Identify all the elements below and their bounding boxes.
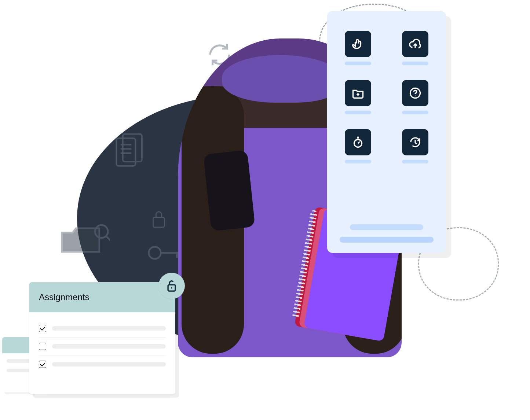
placeholder-bar [350,224,423,230]
assignments-title: Assignments [29,282,175,312]
action-stopwatch[interactable] [345,129,371,163]
placeholder-bar [52,326,166,331]
placeholder-bar [345,160,371,163]
documents-icon [114,132,147,172]
placeholder-bar [345,111,371,114]
placeholder-bar [340,237,434,243]
placeholder-bar [402,111,428,114]
unlocked-icon [158,273,185,299]
list-item [39,320,166,338]
lock-icon [150,209,167,229]
actions-grid [340,31,434,163]
checkbox[interactable] [39,361,46,368]
action-help[interactable] [402,80,428,114]
svg-point-9 [171,287,172,289]
phone-icon [203,150,255,231]
svg-rect-4 [153,217,165,227]
svg-point-3 [149,247,161,259]
placeholder-bar [52,362,166,366]
list-item [39,355,166,373]
actions-panel [327,11,446,253]
action-cloud-upload[interactable] [402,31,428,65]
svg-point-6 [415,95,416,96]
assignments-list [29,312,175,383]
placeholder-bar [345,62,371,65]
panel-footer-bars [340,224,434,243]
touch-icon [345,31,371,57]
add-folder-icon [345,80,371,106]
assignments-card: Assignments [29,282,175,394]
action-history[interactable] [402,129,428,163]
placeholder-bar [52,344,166,349]
help-icon [402,80,428,106]
checkbox[interactable] [39,325,46,332]
folder-search-icon [59,222,110,258]
cloud-upload-icon [402,31,428,57]
history-icon [402,129,428,155]
illustration-stage: Assignments [0,0,530,420]
action-touch[interactable] [345,31,371,65]
checkbox[interactable] [39,343,46,350]
placeholder-bar [402,160,428,163]
action-add-folder[interactable] [345,80,371,114]
placeholder-bar [402,62,428,65]
list-item [39,338,166,355]
stopwatch-icon [345,129,371,155]
